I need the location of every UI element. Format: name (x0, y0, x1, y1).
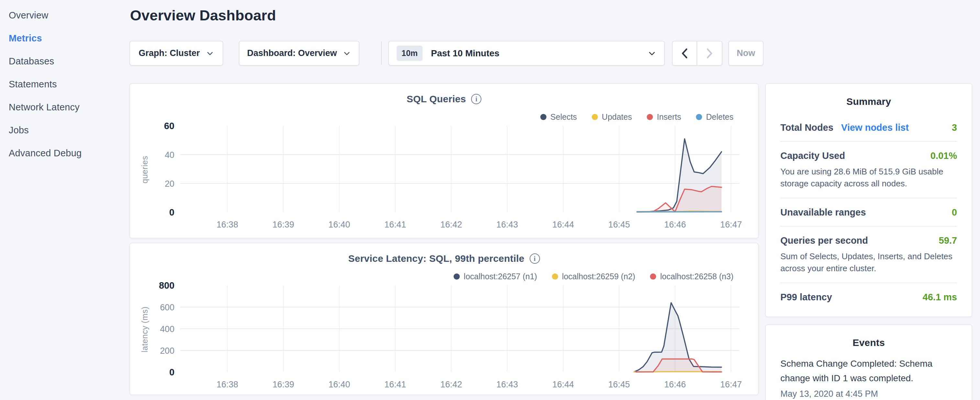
step-back-button[interactable] (673, 41, 697, 65)
svg-text:400: 400 (160, 324, 174, 334)
time-range-badge: 10m (397, 46, 423, 61)
svg-text:60: 60 (164, 121, 174, 131)
sidebar-item-statements[interactable]: Statements (0, 73, 129, 96)
events-panel: Events Schema Change Completed: Schema c… (765, 324, 972, 400)
svg-text:16:41: 16:41 (384, 379, 406, 389)
svg-text:16:45: 16:45 (608, 379, 630, 389)
svg-text:20: 20 (165, 179, 174, 189)
page-title: Overview Dashboard (130, 7, 276, 24)
chevron-down-icon (648, 49, 657, 58)
capacity-used-value: 0.01% (931, 150, 957, 161)
dashboard-dropdown[interactable]: Dashboard: Overview (239, 41, 360, 66)
sql-queries-chart-card: SQL Queries i Selects Updates Inserts De… (129, 83, 759, 239)
svg-text:16:46: 16:46 (664, 220, 686, 229)
summary-panel: Summary Total Nodes View nodes list 3 Ca… (765, 83, 972, 317)
view-nodes-list-link[interactable]: View nodes list (841, 122, 909, 133)
now-button[interactable]: Now (728, 41, 764, 66)
p99-latency-value: 46.1 ms (923, 292, 957, 303)
toolbar-divider (381, 41, 382, 65)
sidebar: Overview Metrics Databases Statements Ne… (0, 0, 129, 400)
svg-text:16:41: 16:41 (384, 220, 406, 229)
svg-text:200: 200 (160, 346, 174, 356)
total-nodes-value: 3 (952, 122, 957, 133)
svg-text:16:47: 16:47 (720, 220, 742, 229)
chevron-down-icon (206, 49, 214, 57)
queries-per-second-value: 59.7 (939, 235, 957, 246)
svg-text:16:47: 16:47 (720, 379, 742, 389)
chevron-left-icon (679, 47, 690, 60)
svg-text:16:44: 16:44 (552, 379, 574, 389)
svg-text:16:45: 16:45 (608, 220, 630, 229)
svg-text:600: 600 (160, 303, 174, 312)
capacity-used-description: You are using 28.6 MiB of 515.9 GiB usab… (780, 166, 957, 190)
svg-text:16:39: 16:39 (272, 379, 294, 389)
sidebar-item-network-latency[interactable]: Network Latency (0, 96, 129, 119)
svg-text:40: 40 (165, 150, 174, 160)
summary-title: Summary (766, 84, 972, 107)
sidebar-item-databases[interactable]: Databases (0, 50, 129, 73)
svg-text:0: 0 (169, 367, 174, 377)
service-latency-chart-card: Service Latency: SQL, 99th percentile i … (129, 243, 759, 395)
svg-text:16:39: 16:39 (272, 220, 294, 229)
step-forward-button[interactable] (697, 41, 722, 65)
svg-text:16:38: 16:38 (216, 220, 238, 229)
sidebar-item-jobs[interactable]: Jobs (0, 119, 129, 142)
chevron-right-icon (704, 47, 715, 60)
svg-text:800: 800 (159, 280, 174, 291)
events-title: Events (766, 325, 972, 348)
time-range-picker[interactable]: 10m Past 10 Minutes (388, 41, 665, 66)
sidebar-item-overview[interactable]: Overview (0, 4, 129, 27)
event-list-item[interactable]: Schema Change Completed: Schema change w… (766, 348, 972, 399)
svg-text:16:42: 16:42 (440, 379, 462, 389)
svg-text:0: 0 (169, 207, 174, 217)
event-timestamp: May 13, 2020 at 4:45 PM (780, 389, 957, 399)
svg-text:16:43: 16:43 (496, 379, 518, 389)
unavailable-ranges-value: 0 (952, 207, 957, 218)
svg-text:16:43: 16:43 (496, 220, 518, 229)
event-text: Schema Change Completed: Schema change w… (780, 357, 957, 386)
svg-text:16:40: 16:40 (328, 379, 350, 389)
summary-row-total-nodes: Total Nodes View nodes list 3 (780, 113, 957, 142)
time-range-label: Past 10 Minutes (431, 48, 500, 59)
summary-row-unavailable-ranges: Unavailable ranges 0 (780, 198, 957, 226)
service-latency-plot[interactable]: 16:3816:3916:4016:4116:4216:4316:4416:45… (130, 243, 758, 395)
svg-text:16:44: 16:44 (552, 220, 574, 229)
svg-text:16:46: 16:46 (664, 379, 686, 389)
sql-queries-plot[interactable]: 16:3816:3916:4016:4116:4216:4316:4416:45… (130, 84, 758, 238)
overview-dashboard-page: Overview Metrics Databases Statements Ne… (0, 0, 980, 400)
sidebar-item-advanced-debug[interactable]: Advanced Debug (0, 142, 129, 165)
graph-dropdown[interactable]: Graph: Cluster (129, 41, 223, 66)
svg-text:16:40: 16:40 (328, 220, 350, 229)
chevron-down-icon (343, 49, 351, 57)
sidebar-item-metrics[interactable]: Metrics (0, 27, 129, 50)
svg-text:16:42: 16:42 (440, 220, 462, 229)
queries-per-second-description: Sum of Selects, Updates, Inserts, and De… (780, 250, 957, 274)
svg-text:16:38: 16:38 (216, 379, 238, 389)
dashboard-dropdown-label: Dashboard: Overview (247, 48, 337, 58)
now-button-label: Now (737, 48, 755, 58)
graph-dropdown-label: Graph: Cluster (138, 48, 200, 58)
summary-row-queries-per-second: Queries per second 59.7 Sum of Selects, … (780, 226, 957, 283)
time-step-buttons (672, 41, 722, 66)
summary-row-p99-latency: P99 latency 46.1 ms (780, 283, 957, 311)
summary-row-capacity-used: Capacity Used 0.01% You are using 28.6 M… (780, 142, 957, 198)
